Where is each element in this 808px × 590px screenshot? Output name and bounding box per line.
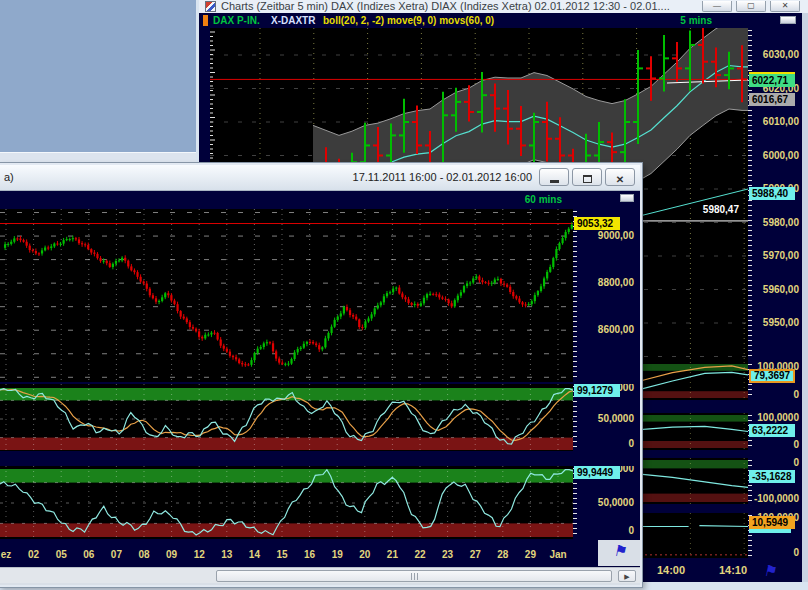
background-panel — [0, 0, 198, 152]
secondary-value-sliver — [749, 529, 791, 533]
oscillator-plot-2 — [0, 466, 573, 539]
time-label: 29 — [525, 549, 536, 560]
minimize-icon — [550, 180, 559, 183]
indicator-axis-2: 100,0000063,2222 — [748, 413, 805, 450]
indicator-axis-1: 100,0000079,3697 — [748, 362, 805, 400]
time-label: 13 — [221, 549, 232, 560]
flag-icon[interactable]: ⚑ — [762, 562, 779, 580]
price-label: 6030,00 — [763, 49, 799, 60]
oscillator-value-badge: 99,9449 — [574, 466, 620, 479]
time-label: 08 — [138, 549, 149, 560]
indicator-value-badge: 79,3697 — [749, 369, 795, 383]
timeframe-label-5min: 5 mins — [680, 15, 712, 26]
legend-instrument2: X-DAXTR — [271, 15, 315, 26]
price-label: 8800,00 — [598, 277, 634, 288]
oscillator-panel-1: 100,0000 50,0000 0 99,1279 — [0, 384, 640, 451]
time-label: 06 — [83, 549, 94, 560]
charts-window-title: Charts (Zeitbar 5 min) DAX (Indizes Xetr… — [221, 0, 670, 13]
time-label: 22 — [414, 549, 425, 560]
scale-label: 50,0000 — [598, 413, 634, 424]
time-label: Jan — [549, 549, 566, 560]
time-label: 14 — [249, 549, 260, 560]
axis-scroll-button[interactable] — [620, 194, 634, 202]
time-label: 20 — [359, 549, 370, 560]
right-scroll-strip[interactable] — [802, 13, 808, 582]
background-panel-edge — [0, 152, 198, 163]
instrument-color-marker — [203, 15, 208, 26]
scrollbar-thumb[interactable] — [216, 570, 612, 582]
indicator-value-badge: 10,5949 — [749, 516, 795, 529]
time-label: 21 — [387, 549, 398, 560]
time-label: 02 — [28, 549, 39, 560]
close-button[interactable]: ✕ — [605, 168, 635, 186]
date-range-label: 17.11.2011 16:00 - 02.01.2012 16:00 — [353, 171, 532, 183]
indicator-axis-4: 100,0000010,5949 — [748, 513, 805, 558]
chart-legend-bar: DAX P-IN. X-DAXTR boll(20, 2, -2) move(9… — [199, 13, 808, 28]
close-icon: ✕ — [616, 174, 624, 185]
axis-scroll-button[interactable] — [780, 16, 796, 24]
indicator-value-badge: -35,1628 — [749, 470, 795, 483]
charts-window-titlebar[interactable]: Charts (Zeitbar 5 min) DAX (Indizes Xetr… — [199, 0, 808, 13]
price-axis-60min: 9000,00 8800,00 8600,00 9053,32 — [573, 209, 640, 382]
chart-window-titlebar[interactable]: a) 17.11.2011 16:00 - 02.01.2012 16:00 ✕ — [0, 165, 640, 191]
desktop: Charts (Zeitbar 5 min) DAX (Indizes Xetr… — [0, 0, 808, 590]
oscillator-panel-2: 100,0000 50,0000 0 99,9449 — [0, 466, 640, 539]
time-label: 05 — [56, 549, 67, 560]
time-label: 07 — [111, 549, 122, 560]
time-axis-60min: ez02050607080912131415161920212223272829… — [0, 544, 598, 566]
time-label: 12 — [194, 549, 205, 560]
candle-plot-60min — [0, 209, 573, 382]
oscillator-axis-2: 100,0000 50,0000 0 99,9449 — [573, 466, 640, 539]
horizontal-scrollbar[interactable]: ▶ — [0, 567, 640, 583]
close-button[interactable]: ✕ — [770, 1, 800, 12]
price-badge: 6022,71 — [749, 72, 795, 87]
price-level-label: 5980,47 — [654, 204, 739, 215]
scrollbar-right-arrow[interactable]: ▶ — [618, 570, 636, 582]
price-label: 5970,00 — [763, 250, 799, 261]
price-label: 8600,00 — [598, 324, 634, 335]
timeframe-label-60min: 60 mins — [525, 194, 562, 205]
time-label: 23 — [442, 549, 453, 560]
price-label: 5950,00 — [763, 317, 799, 328]
time-label: 28 — [497, 549, 508, 560]
price-label: 5980,00 — [763, 217, 799, 228]
oscillator-axis-1: 100,0000 50,0000 0 99,1279 — [573, 384, 640, 451]
window-title-fragment: a) — [4, 171, 14, 183]
price-axis-5min: 6030,006020,006010,006000,005990,005980,… — [748, 28, 805, 362]
legend-instrument: DAX P-IN. — [213, 15, 260, 26]
price-label: 9000,00 — [598, 230, 634, 241]
flag-button-area: ⚑ — [598, 540, 640, 566]
last-price-badge: 9053,32 — [574, 217, 620, 230]
restore-icon — [583, 175, 592, 183]
price-label: 5960,00 — [763, 284, 799, 295]
time-label: 09 — [166, 549, 177, 560]
scale-label: 0 — [628, 438, 634, 449]
restore-button[interactable] — [572, 168, 602, 186]
time-label: 15 — [276, 549, 287, 560]
minimize-button[interactable]: — — [702, 1, 732, 12]
price-badge: 5988,40 — [749, 187, 795, 200]
price-label: 6000,00 — [763, 150, 799, 161]
scale-label: 0 — [793, 389, 799, 400]
time-label: 16 — [304, 549, 315, 560]
window-bottom-frame — [0, 583, 640, 585]
scale-label: -100,0000 — [754, 493, 799, 504]
main-chart-60min: 9000,00 8800,00 8600,00 9053,32 — [0, 209, 640, 382]
price-badge: 6016,67 — [749, 93, 795, 106]
scale-label: 50,0000 — [598, 497, 634, 508]
flag-icon[interactable]: ⚑ — [612, 542, 629, 560]
scale-label: 0 — [793, 439, 799, 450]
legend-indicators: boll(20, 2, -2) move(9, 0) movs(60, 0) — [323, 15, 494, 26]
time-label: 14:00 — [657, 564, 685, 576]
price-label: 6010,00 — [763, 116, 799, 127]
indicator-axis-3: 0-100,0000-35,1628 — [748, 458, 805, 504]
time-label: ez — [1, 549, 12, 560]
maximize-button[interactable]: ▢ — [736, 1, 766, 12]
time-label: 14:10 — [719, 564, 747, 576]
scale-label: 100,0000 — [757, 413, 799, 423]
scale-label: 0 — [628, 525, 634, 536]
scale-label: 0 — [793, 458, 799, 468]
minimize-button[interactable] — [539, 168, 569, 186]
oscillator-plot-1 — [0, 384, 573, 451]
time-label: 27 — [470, 549, 481, 560]
